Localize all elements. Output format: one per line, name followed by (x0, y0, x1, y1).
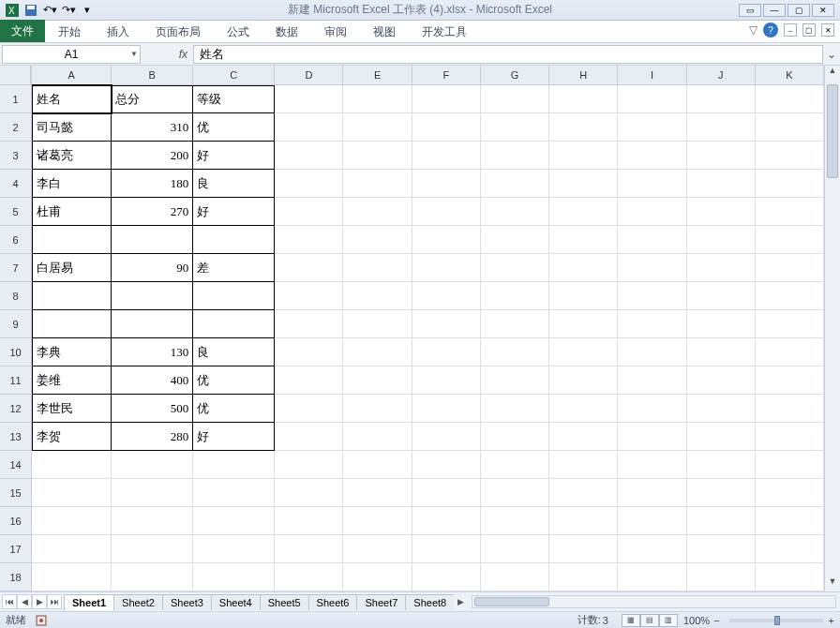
cell[interactable] (343, 226, 412, 254)
cell[interactable] (343, 282, 412, 310)
cell[interactable] (412, 198, 481, 226)
cell[interactable] (193, 479, 275, 507)
cell[interactable] (687, 479, 756, 507)
sheet-tab[interactable]: Sheet5 (260, 594, 309, 610)
cell[interactable] (549, 142, 618, 170)
cell[interactable] (275, 142, 343, 170)
cell[interactable] (687, 507, 756, 535)
zoom-knob[interactable] (774, 616, 780, 625)
cell[interactable] (481, 254, 549, 282)
cell[interactable] (618, 535, 686, 563)
ribbon-minimize-icon[interactable]: ▽ (749, 23, 758, 37)
sheet-tab[interactable]: Sheet2 (113, 594, 163, 610)
cell[interactable]: 差 (193, 254, 275, 282)
vertical-scrollbar[interactable]: ▲ ▼ (824, 66, 840, 591)
cell[interactable] (412, 170, 481, 198)
cell[interactable] (32, 563, 112, 591)
scroll-up-icon[interactable]: ▲ (825, 66, 840, 81)
sheet-tab[interactable]: Sheet7 (356, 594, 406, 610)
cell[interactable] (549, 282, 618, 310)
cell[interactable] (481, 170, 549, 198)
cell[interactable]: 姓名 (32, 85, 112, 113)
cell[interactable]: 白居易 (32, 254, 112, 282)
cell[interactable]: 200 (112, 142, 193, 170)
cell[interactable] (481, 310, 549, 338)
cell[interactable] (481, 479, 549, 507)
cell[interactable]: 500 (112, 395, 193, 423)
cell[interactable] (687, 142, 756, 170)
cell[interactable] (343, 479, 412, 507)
cell[interactable]: 姜维 (32, 366, 112, 395)
cell[interactable]: 90 (112, 254, 193, 282)
cell[interactable] (275, 113, 343, 142)
cell[interactable] (412, 338, 481, 366)
macro-record-icon[interactable] (36, 615, 47, 626)
cell[interactable] (618, 198, 686, 226)
cell[interactable] (687, 338, 756, 366)
row-header[interactable]: 2 (0, 113, 31, 142)
cell[interactable] (618, 170, 686, 198)
tab-nav-prev-icon[interactable]: ◀ (17, 594, 32, 609)
cell[interactable] (412, 535, 481, 563)
excel-app-icon[interactable]: X (4, 2, 21, 19)
cell[interactable] (687, 310, 756, 338)
formula-input[interactable]: 姓名 (193, 45, 823, 64)
cell[interactable] (275, 479, 343, 507)
cell[interactable]: 总分 (112, 85, 193, 113)
column-header[interactable]: I (618, 66, 686, 84)
cell[interactable] (618, 113, 686, 142)
column-header[interactable]: B (112, 66, 193, 84)
cell[interactable]: 280 (112, 423, 193, 451)
column-header[interactable]: D (275, 66, 343, 84)
cell[interactable] (275, 338, 343, 366)
cell[interactable]: 好 (193, 423, 275, 451)
row-header[interactable]: 7 (0, 254, 31, 282)
cell[interactable] (112, 535, 193, 563)
sheet-tab[interactable]: Sheet8 (405, 594, 454, 610)
cell[interactable] (343, 451, 412, 479)
cell[interactable] (481, 535, 549, 563)
column-header[interactable]: G (481, 66, 549, 84)
cell[interactable]: 司马懿 (32, 113, 112, 142)
row-header[interactable]: 15 (0, 479, 31, 507)
cell[interactable] (618, 254, 686, 282)
row-header[interactable]: 4 (0, 170, 31, 198)
cell[interactable]: 180 (112, 170, 193, 198)
cell[interactable]: 130 (112, 338, 193, 366)
cell[interactable] (549, 423, 618, 451)
cell[interactable]: 400 (112, 366, 193, 395)
cell[interactable] (549, 535, 618, 563)
workbook-close-icon[interactable]: ✕ (821, 23, 834, 37)
cell[interactable] (412, 254, 481, 282)
cell[interactable] (343, 507, 412, 535)
cell[interactable]: 优 (193, 113, 275, 142)
cell[interactable] (32, 535, 112, 563)
cells[interactable]: 姓名总分等级司马懿310优诸葛亮200好李白180良杜甫270好白居易90差李典… (32, 85, 824, 591)
cell[interactable]: 李白 (32, 170, 112, 198)
row-header[interactable]: 17 (0, 535, 31, 563)
ribbon-tab[interactable]: 开始 (45, 22, 94, 42)
sheet-tab[interactable]: Sheet4 (211, 594, 261, 610)
cell[interactable]: 李世民 (32, 395, 112, 423)
window-minimize-icon[interactable]: – (784, 23, 797, 37)
scroll-thumb[interactable] (827, 84, 838, 178)
window-restore-icon[interactable]: ▢ (802, 23, 816, 37)
cell[interactable] (618, 395, 686, 423)
cell[interactable] (412, 507, 481, 535)
row-header[interactable]: 6 (0, 226, 31, 254)
cell[interactable]: 270 (112, 198, 193, 226)
minimize-ribbon-icon[interactable]: ▭ (739, 4, 761, 17)
column-header[interactable]: F (412, 66, 481, 84)
cell[interactable] (343, 113, 412, 142)
cell[interactable] (275, 423, 343, 451)
cell[interactable]: 李贺 (32, 423, 112, 451)
cell[interactable] (343, 198, 412, 226)
maximize-button[interactable]: ▢ (788, 4, 810, 17)
row-header[interactable]: 11 (0, 366, 31, 395)
cell[interactable] (549, 226, 618, 254)
row-header[interactable]: 10 (0, 338, 31, 366)
cell[interactable] (549, 170, 618, 198)
cell[interactable] (275, 282, 343, 310)
cell[interactable] (275, 85, 343, 113)
cell[interactable] (343, 338, 412, 366)
